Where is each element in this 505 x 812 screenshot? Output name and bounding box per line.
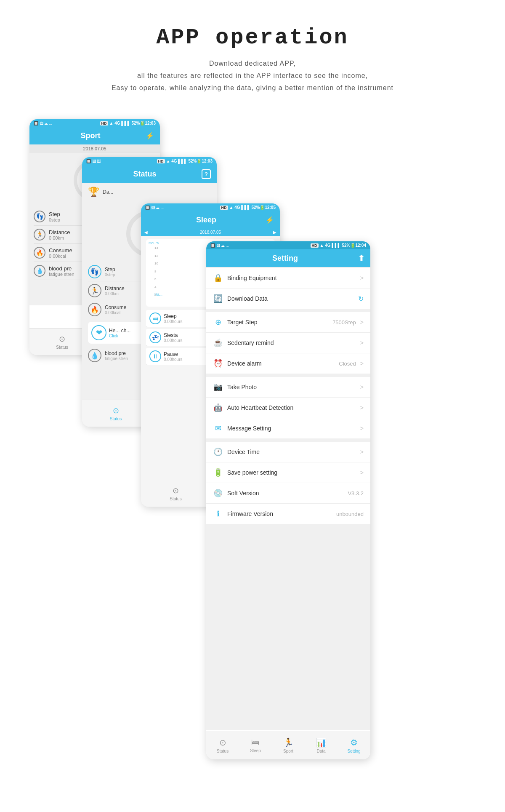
refresh-icon: ↻ [358,295,364,303]
soft-version-icon: 💿 [213,489,223,498]
status-header: Status ? [82,165,217,183]
setting-binding[interactable]: 🔒 Binding Equipment > [206,268,370,288]
chart-y-label: Hours [149,241,159,245]
setting-message[interactable]: ✉ Message Setting > [206,418,370,438]
setting-device-time[interactable]: 🕐 Device Time > [206,442,370,462]
subtitle: Download dedicated APP, all the features… [17,58,488,94]
status-status-bar: 🔲 🖼 🖼 HD ▲ 4G ▌▌▌ 52%🔋12:03 [82,157,217,165]
device-time-label: Device Time [227,449,356,455]
save-power-icon: 🔋 [213,468,223,477]
setting-take-photo[interactable]: 📷 Take Photo > [206,377,370,398]
setting-title: Setting [212,254,358,263]
target-step-label: Target Step [227,319,328,326]
setting-nav-setting[interactable]: ⚙ Setting [338,731,370,759]
nav-tab-status-3[interactable]: ⊙ Status [141,480,210,507]
setting-nav-sleep[interactable]: 🛏 Sleep [239,731,272,759]
download-label: Download Data [227,295,354,302]
device-alarm-value: Closed [339,361,356,367]
setting-group-3: 📷 Take Photo > 🤖 Auto Heartbeat Detectio… [206,377,370,438]
title-section: APP operation Download dedicated APP, al… [17,25,488,94]
auto-heartbeat-icon: 🤖 [213,403,223,412]
status-title: Status [88,170,202,179]
setting-auto-heartbeat[interactable]: 🤖 Auto Heartbeat Detection > [206,398,370,418]
setting-target-step[interactable]: ⊕ Target Step 7500Step > [206,312,370,333]
phones-wrapper: 🔲 🖼 ☁ ... HD ▲ 4G ▌▌▌ 52%🔋12:03 Sport ⚡ … [17,107,488,764]
sedentary-icon: ☕ [213,338,223,347]
setting-download[interactable]: 🔄 Download Data ↻ [206,288,370,309]
setting-sedentary[interactable]: ☕ Sedentary remind > [206,333,370,353]
sleep-header: Sleep ⚡ [141,211,280,229]
device-alarm-icon: ⏰ [213,359,223,368]
nav-tab-status-2[interactable]: ⊙ Status [82,400,149,427]
sleep-title: Sleep [147,216,266,224]
download-icon: 🔄 [213,294,223,303]
sport-status-bar: 🔲 🖼 ☁ ... HD ▲ 4G ▌▌▌ 52%🔋12:03 [29,119,160,127]
binding-icon: 🔒 [213,273,223,283]
sleep-status-bar: 🔲 🖼 ☁ ... HD ▲ 4G ▌▌▌ 52%🔋12:05 [141,203,280,211]
page-title: APP operation [17,25,488,50]
sport-title: Sport [35,131,146,140]
device-alarm-label: Device alarm [227,360,335,367]
setting-header: Setting ⬆ [206,249,370,267]
soft-version-label: Soft Version [227,490,343,497]
setting-status-bar: 🔲 🖼 ☁ ... HD ▲ 4G ▌▌▌ 52%🔋12:04 [206,241,370,249]
soft-version-value: V3.3.2 [348,490,364,497]
sport-header: Sport ⚡ [29,127,160,144]
target-step-value: 7500Step [332,319,356,326]
setting-content: 🔒 Binding Equipment > 🔄 Download Data ↻ … [206,267,370,730]
setting-nav-status[interactable]: ⊙ Status [206,731,239,759]
sport-date: 2018.07.05 [29,144,160,153]
binding-arrow: > [360,275,364,281]
setting-nav-data[interactable]: 📊 Data [305,731,338,759]
setting-group-1: 🔒 Binding Equipment > 🔄 Download Data ↻ [206,268,370,309]
save-power-label: Save power setting [227,469,356,476]
message-icon: ✉ [213,424,223,433]
sleep-date-nav: ◀ 2018.07.05 ▶ [141,229,280,236]
setting-save-power[interactable]: 🔋 Save power setting > [206,462,370,483]
target-step-icon: ⊕ [213,318,223,327]
firmware-value: unbounded [336,511,364,517]
setting-device-alarm[interactable]: ⏰ Device alarm Closed > [206,353,370,374]
setting-group-4: 🕐 Device Time > 🔋 Save power setting > 💿… [206,442,370,524]
setting-soft-version: 💿 Soft Version V3.3.2 [206,483,370,504]
phone-setting: 🔲 🖼 ☁ ... HD ▲ 4G ▌▌▌ 52%🔋12:04 Setting … [206,241,370,759]
firmware-label: Firmware Version [227,510,332,517]
setting-firmware: ℹ Firmware Version unbounded [206,504,370,524]
ha-label: Ha... [154,292,162,296]
setting-nav[interactable]: ⊙ Status 🛏 Sleep 🏃 Sport 📊 Data ⚙ S [206,731,370,759]
firmware-icon: ℹ [213,509,223,518]
sedentary-label: Sedentary remind [227,339,356,346]
take-photo-label: Take Photo [227,384,356,390]
trophy-row: 🏆 Da... [82,183,217,201]
binding-label: Binding Equipment [227,275,356,281]
auto-heartbeat-label: Auto Heartbeat Detection [227,404,356,411]
setting-nav-sport[interactable]: 🏃 Sport [272,731,305,759]
take-photo-icon: 📷 [213,382,223,392]
page-container: APP operation Download dedicated APP, al… [0,0,505,797]
device-time-icon: 🕐 [213,447,223,457]
message-label: Message Setting [227,425,356,432]
setting-group-2: ⊕ Target Step 7500Step > ☕ Sedentary rem… [206,312,370,374]
